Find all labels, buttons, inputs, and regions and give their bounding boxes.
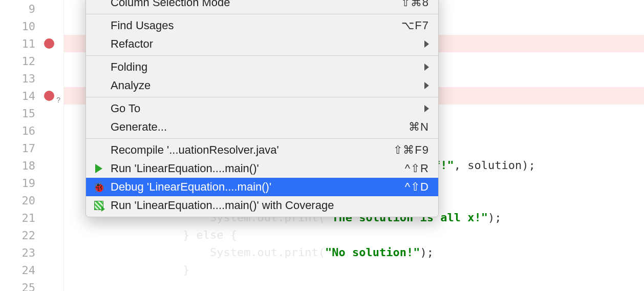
gutter: 910111213141516171819202122232425 <box>0 0 64 291</box>
bug-icon: 🐞 <box>93 181 104 193</box>
menu-item-recompile[interactable]: Recompile '...uationResolver.java'⇧⌘F9 <box>86 141 438 159</box>
submenu-arrow-icon <box>424 40 429 48</box>
string-literal: "No solution!" <box>325 246 420 259</box>
breakpoint-conditional-icon[interactable] <box>44 91 54 101</box>
menu-shortcut: ^⇧D <box>405 180 429 194</box>
menu-item-label: Refactor <box>111 37 418 51</box>
menu-item-refactor[interactable]: Refactor <box>86 35 438 53</box>
breakpoint-icon[interactable] <box>44 38 54 49</box>
gutter-line[interactable]: 11 <box>0 35 63 52</box>
submenu-arrow-icon <box>424 105 429 112</box>
menu-separator <box>86 97 438 97</box>
submenu-arrow-icon <box>424 82 429 89</box>
menu-shortcut: ⌘N <box>409 120 429 134</box>
gutter-line[interactable]: 12 <box>0 52 63 70</box>
gutter-line[interactable]: 14 <box>0 87 63 105</box>
gutter-line[interactable]: 18 <box>0 157 63 174</box>
gutter-line[interactable]: 20 <box>0 192 63 209</box>
code-line[interactable]: } <box>64 261 644 279</box>
menu-item-folding[interactable]: Folding <box>86 58 438 76</box>
menu-item-run[interactable]: Run 'LinearEquation....main()'^⇧R <box>86 159 438 178</box>
gutter-line[interactable]: 17 <box>0 139 63 157</box>
code-line[interactable] <box>64 279 644 291</box>
submenu-arrow-icon <box>424 64 429 71</box>
coverage-icon <box>93 200 104 211</box>
menu-item-col-sel[interactable]: Column Selection Mode⇧⌘8 <box>86 0 438 12</box>
gutter-line[interactable]: 10 <box>0 17 63 35</box>
gutter-line[interactable]: 9 <box>0 0 63 17</box>
code-line[interactable]: System.out.print("No solution!"); <box>64 244 644 261</box>
menu-item-label: Column Selection Mode <box>111 0 395 9</box>
menu-shortcut: ⌥F7 <box>401 19 429 32</box>
run-icon <box>93 163 104 174</box>
gutter-line[interactable]: 25 <box>0 279 63 291</box>
gutter-line[interactable]: 13 <box>0 70 63 87</box>
menu-shortcut: ^⇧R <box>405 162 429 175</box>
menu-item-label: Run 'LinearEquation....main()' <box>111 162 399 175</box>
gutter-line[interactable]: 16 <box>0 122 63 139</box>
menu-item-label: Go To <box>111 102 418 115</box>
menu-item-label: Debug 'LinearEquation....main()' <box>111 180 399 194</box>
gutter-line[interactable]: 24 <box>0 261 63 279</box>
code-line[interactable]: } else { <box>64 226 644 244</box>
menu-item-find-usages[interactable]: Find Usages⌥F7 <box>86 16 438 35</box>
menu-item-label: Folding <box>111 60 418 74</box>
menu-item-goto[interactable]: Go To <box>86 99 438 118</box>
context-menu: Column Selection Mode⇧⌘8Find Usages⌥F7Re… <box>85 0 439 217</box>
menu-item-label: Analyze <box>111 79 418 92</box>
menu-item-label: Generate... <box>111 120 402 134</box>
menu-item-generate[interactable]: Generate...⌘N <box>86 118 438 136</box>
gutter-line[interactable]: 15 <box>0 105 63 122</box>
menu-item-label: Run 'LinearEquation....main()' with Cove… <box>111 199 429 212</box>
gutter-line[interactable]: 22 <box>0 226 63 244</box>
menu-separator <box>86 138 438 139</box>
menu-item-coverage[interactable]: Run 'LinearEquation....main()' with Cove… <box>86 196 438 215</box>
gutter-line[interactable]: 23 <box>0 244 63 261</box>
menu-item-label: Find Usages <box>111 19 395 32</box>
gutter-line[interactable]: 19 <box>0 174 63 192</box>
menu-shortcut: ⇧⌘8 <box>401 0 429 9</box>
menu-shortcut: ⇧⌘F9 <box>393 143 429 157</box>
menu-separator <box>86 14 438 14</box>
menu-item-debug[interactable]: 🐞Debug 'LinearEquation....main()'^⇧D <box>86 178 438 196</box>
menu-item-label: Recompile '...uationResolver.java' <box>111 143 387 157</box>
menu-item-analyze[interactable]: Analyze <box>86 76 438 95</box>
gutter-line[interactable]: 21 <box>0 209 63 226</box>
menu-separator <box>86 55 438 56</box>
